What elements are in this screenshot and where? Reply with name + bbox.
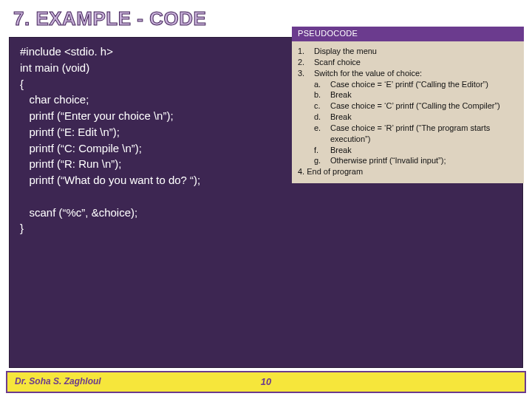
list-text: Display the menu xyxy=(314,46,518,57)
list-text: Switch for the value of choice: xyxy=(314,68,518,79)
list-num: 1. xyxy=(298,46,314,57)
list-text: Scanf choice xyxy=(314,57,518,68)
pseudocode-end: 4. End of program xyxy=(298,166,518,177)
sublist-text: Break xyxy=(330,112,518,123)
sublist-text: Break xyxy=(330,89,518,100)
sublist-num: a. xyxy=(314,79,330,90)
sublist-num: d. xyxy=(314,112,330,123)
content-panel: PSEUDOCODE 1.Display the menu 2.Scanf ch… xyxy=(9,37,523,368)
list-num: 3. xyxy=(298,68,314,79)
author-name: Dr. Soha S. Zaghloul xyxy=(15,376,101,386)
c-code-block: #include <stdio. h> int main (void) { ch… xyxy=(20,44,286,236)
sublist-text: Break xyxy=(330,145,518,156)
sublist-text: Case choice = ‘E’ printf (“Calling the E… xyxy=(330,79,518,90)
list-num: 2. xyxy=(298,57,314,68)
pseudocode-title: PSEUDOCODE xyxy=(292,27,524,41)
sublist-num: f. xyxy=(314,145,330,156)
sublist-num: b. xyxy=(314,89,330,100)
sublist-text: Otherwise printf (“Invalid input”); xyxy=(330,155,518,166)
sublist-text: Case choice = ‘C’ printf (“Calling the C… xyxy=(330,100,518,112)
page-number: 10 xyxy=(261,376,271,387)
pseudocode-body: 1.Display the menu 2.Scanf choice 3.Swit… xyxy=(292,41,524,183)
sublist-num: c. xyxy=(314,100,330,112)
sublist-num: e. xyxy=(314,123,330,145)
sublist-num: g. xyxy=(314,155,330,166)
sublist-text: Case choice = ‘R’ printf (“The program s… xyxy=(330,123,518,145)
slide-heading: 7. EXAMPLE - CODE xyxy=(13,7,206,30)
footer-bar: Dr. Soha S. Zaghloul 10 xyxy=(6,371,526,393)
